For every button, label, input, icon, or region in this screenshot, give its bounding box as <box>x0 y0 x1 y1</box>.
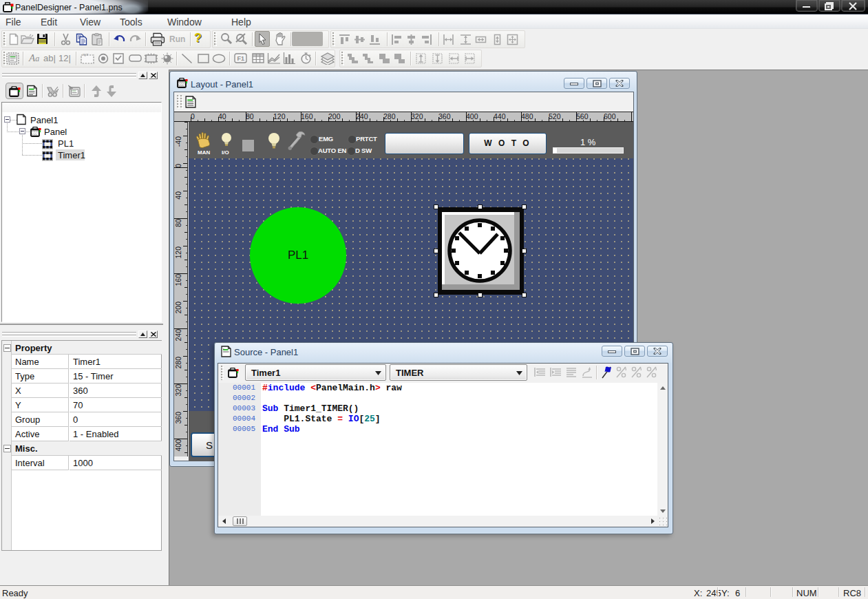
svg-text:120: 120 <box>273 112 286 120</box>
svg-text:480: 480 <box>521 112 533 120</box>
svg-text:200: 200 <box>174 302 182 314</box>
svg-text:560: 560 <box>576 112 589 120</box>
svg-text:600: 600 <box>604 112 616 120</box>
svg-text:40: 40 <box>218 112 226 120</box>
svg-text:-40: -40 <box>174 136 182 147</box>
svg-text:200: 200 <box>328 112 341 120</box>
svg-text:80: 80 <box>246 112 254 120</box>
svg-text:400: 400 <box>466 112 478 120</box>
svg-text:320: 320 <box>411 112 423 120</box>
svg-text:F1: F1 <box>237 55 245 62</box>
svg-text:160: 160 <box>301 112 313 120</box>
svg-text:40: 40 <box>174 191 182 200</box>
svg-text:240: 240 <box>356 112 368 120</box>
svg-text:120: 120 <box>174 246 182 259</box>
svg-text:240: 240 <box>174 329 182 341</box>
svg-text:280: 280 <box>383 112 396 120</box>
svg-text:0: 0 <box>191 112 195 120</box>
svg-text:440: 440 <box>494 112 506 120</box>
svg-text:360: 360 <box>438 112 451 120</box>
svg-text:xyz: xyz <box>83 52 89 56</box>
svg-text:520: 520 <box>549 112 561 120</box>
svg-text:320: 320 <box>174 384 182 397</box>
svg-text:360: 360 <box>174 412 182 424</box>
svg-text:80: 80 <box>174 219 182 227</box>
svg-text:280: 280 <box>174 357 182 369</box>
svg-text:160: 160 <box>174 274 182 286</box>
svg-text:400: 400 <box>174 439 182 452</box>
